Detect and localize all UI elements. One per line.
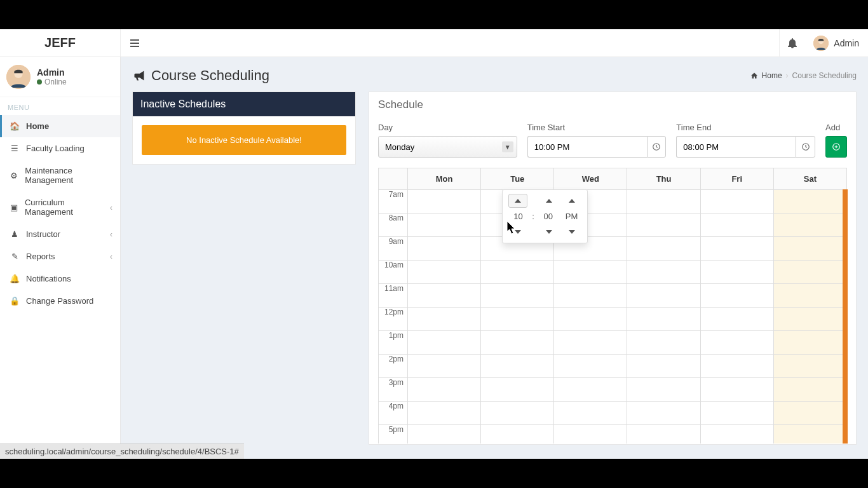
plus-circle-icon [832,142,841,151]
sidebar: Admin Online MENU 🏠 Home ☰ Faculty Loadi… [0,57,121,459]
user-icon: ♟ [10,229,20,239]
meridian-decrement-button[interactable] [562,225,581,239]
cal-slot[interactable] [773,214,846,237]
sidebar-item-faculty-loading[interactable]: ☰ Faculty Loading [0,137,120,159]
timepicker-hour[interactable]: 10 [508,212,527,221]
cal-slot[interactable] [481,378,554,402]
sidebar-toggle-button[interactable] [121,29,149,57]
time-start-picker-button[interactable] [647,136,667,158]
cal-slot[interactable] [481,355,554,378]
cal-slot[interactable] [773,190,846,214]
timepicker-minute[interactable]: 00 [539,212,558,221]
cal-slot[interactable] [627,190,700,214]
cal-slot[interactable] [700,284,773,308]
cal-slot[interactable] [554,331,627,355]
cal-slot[interactable] [773,284,846,308]
sidebar-item-maintenance-management[interactable]: ⚙ Maintenance Management [0,159,120,191]
time-end-input[interactable] [676,136,796,158]
cal-slot[interactable] [408,402,481,425]
cal-slot[interactable] [773,378,846,402]
cal-slot[interactable] [700,261,773,284]
cal-slot[interactable] [408,308,481,331]
cal-slot[interactable] [481,284,554,308]
schedule-form: Day Monday ▼ Time Start [369,118,856,168]
cal-slot[interactable] [627,378,700,402]
cal-slot[interactable] [627,261,700,284]
chevron-left-icon: ‹ [110,229,112,239]
cal-slot[interactable] [554,355,627,378]
cal-slot[interactable] [481,402,554,425]
cal-slot[interactable] [700,355,773,378]
cal-slot[interactable] [773,308,846,331]
cal-slot[interactable] [700,378,773,402]
cal-slot[interactable] [408,214,481,237]
hour-increment-button[interactable] [508,194,527,208]
cal-slot[interactable] [700,331,773,355]
cal-slot[interactable] [773,237,846,261]
cal-slot[interactable] [481,308,554,331]
cal-slot[interactable] [627,308,700,331]
add-schedule-button[interactable] [825,136,847,158]
timepicker-meridian[interactable]: PM [562,212,581,221]
cal-slot[interactable] [408,190,481,214]
minute-increment-button[interactable] [539,194,559,208]
cal-slot[interactable] [481,331,554,355]
cal-slot[interactable] [554,284,627,308]
cal-slot[interactable] [408,355,481,378]
status-dot-icon [37,79,42,85]
time-start-input[interactable] [527,136,647,158]
cal-slot[interactable] [773,355,846,378]
cal-time-label: 1pm [379,331,408,355]
cal-slot[interactable] [627,237,700,261]
avatar [813,36,829,51]
schedule-header: Schedule [369,92,856,118]
cal-slot[interactable] [700,237,773,261]
meridian-increment-button[interactable] [562,194,581,208]
cal-slot[interactable] [554,425,627,444]
cal-slot[interactable] [554,261,627,284]
cal-slot[interactable] [408,378,481,402]
cal-slot[interactable] [627,331,700,355]
cal-slot[interactable] [700,214,773,237]
user-menu-button[interactable]: Admin [804,29,868,57]
sidebar-item-notifications[interactable]: 🔔 Notifications [0,268,120,290]
time-end-picker-button[interactable] [796,136,815,158]
cal-slot[interactable] [700,308,773,331]
cal-slot[interactable] [481,425,554,444]
user-panel: Admin Online [0,57,120,97]
cal-slot[interactable] [408,261,481,284]
day-select[interactable]: Monday [378,136,517,158]
cal-slot[interactable] [700,190,773,214]
cal-slot[interactable] [554,308,627,331]
cal-slot[interactable] [554,402,627,425]
sidebar-item-reports[interactable]: ✎ Reports ‹ [0,245,120,268]
calendar: Mon Tue Wed Thu Fri Sat 7am8am9am10am11a… [369,168,856,444]
notifications-button[interactable] [779,29,804,57]
cal-slot[interactable] [700,402,773,425]
cal-slot[interactable] [408,237,481,261]
cal-slot[interactable] [408,284,481,308]
cal-slot[interactable] [773,331,846,355]
hour-decrement-button[interactable] [508,225,527,239]
sidebar-item-change-password[interactable]: 🔒 Change Password [0,290,120,312]
cal-slot[interactable] [627,355,700,378]
breadcrumb-home-link[interactable]: Home [762,71,782,80]
cal-slot[interactable] [773,402,846,425]
cal-slot[interactable] [481,261,554,284]
cal-slot[interactable] [773,261,846,284]
cal-slot[interactable] [627,214,700,237]
cal-slot[interactable] [773,425,846,444]
timepicker-colon: : [532,212,534,221]
cal-slot[interactable] [408,331,481,355]
cal-slot[interactable] [627,402,700,425]
cal-slot[interactable] [627,425,700,444]
minute-decrement-button[interactable] [539,225,559,239]
cal-slot[interactable] [554,378,627,402]
cal-slot[interactable] [408,425,481,444]
cal-slot[interactable] [627,284,700,308]
sidebar-item-instructor[interactable]: ♟ Instructor ‹ [0,223,120,245]
cal-day-header: Fri [700,168,773,190]
cal-slot[interactable] [700,425,773,444]
sidebar-item-home[interactable]: 🏠 Home [0,115,120,137]
sidebar-item-curriculum-management[interactable]: ▣ Curriculum Management ‹ [0,191,120,223]
